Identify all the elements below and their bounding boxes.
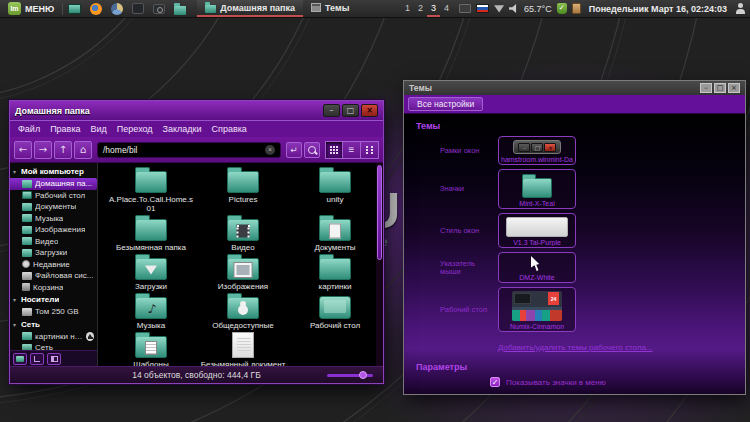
- themes-titlebar[interactable]: Темы – □ ×: [404, 81, 745, 95]
- back-button[interactable]: ←: [14, 141, 32, 159]
- checkbox[interactable]: [490, 377, 500, 387]
- sidebar-hide-button[interactable]: [47, 353, 61, 365]
- vertical-scrollbar[interactable]: [376, 163, 383, 366]
- file-manager-titlebar[interactable]: Домашняя папка – □ ×: [10, 101, 383, 120]
- sidebar-places-button[interactable]: [13, 353, 27, 365]
- search-button[interactable]: [304, 142, 320, 158]
- menu-item[interactable]: Вид: [86, 124, 112, 134]
- zoom-slider[interactable]: [327, 374, 373, 377]
- file-item[interactable]: Pictures: [198, 167, 288, 213]
- file-item[interactable]: A.Place.To.Call.Home.s01: [106, 167, 196, 213]
- edit-location-button[interactable]: ↵: [286, 142, 302, 158]
- zoom-slider-thumb[interactable]: [359, 371, 367, 379]
- launcher-button[interactable]: [130, 0, 145, 17]
- sidebar-item[interactable]: Мой компьютер: [10, 165, 97, 178]
- launcher-button[interactable]: [151, 0, 166, 17]
- sidebar-item[interactable]: Том 250 GB: [10, 306, 97, 318]
- taskbar-item[interactable]: Домашняя папка: [197, 0, 303, 17]
- mint-logo-icon: [8, 2, 21, 15]
- taskbar-item[interactable]: Темы: [303, 0, 357, 17]
- sidebar-item[interactable]: Документы: [10, 201, 97, 213]
- file-item[interactable]: картинки: [290, 254, 380, 291]
- sidebar-item-label: Корзина: [33, 283, 63, 292]
- menu-item[interactable]: Закладки: [158, 124, 207, 134]
- theme-picker-button[interactable]: –□× Mint-X-Teal: [498, 169, 576, 209]
- sidebar-item[interactable]: Домашняя па...: [10, 178, 97, 190]
- minimize-icon: –: [518, 143, 530, 152]
- statusbar: 14 объектов, свободно: 444,4 ГБ: [10, 366, 383, 383]
- home-button[interactable]: ⌂: [74, 141, 92, 159]
- close-button[interactable]: ×: [361, 104, 378, 117]
- sidebar-item-icon: [22, 226, 32, 234]
- maximize-button[interactable]: □: [714, 83, 726, 93]
- menu-item[interactable]: Справка: [207, 124, 252, 134]
- sidebar-item[interactable]: Носители: [10, 293, 97, 306]
- user-icon[interactable]: [735, 3, 746, 14]
- russian-flag-icon[interactable]: [476, 4, 489, 13]
- theme-picker-button[interactable]: –□× V1.3 Tal-Purple: [498, 213, 576, 248]
- file-item[interactable]: unity: [290, 167, 380, 213]
- file-item[interactable]: Безымянная папка: [106, 215, 196, 252]
- sidebar-item[interactable]: Недавние: [10, 259, 97, 271]
- workspace-button[interactable]: 3: [427, 0, 440, 17]
- theme-picker-button[interactable]: –□× DMZ-White: [498, 252, 576, 283]
- workspace-button[interactable]: 1: [401, 0, 414, 17]
- icon-view-button[interactable]: [325, 141, 343, 159]
- network-icon[interactable]: [494, 5, 504, 13]
- list-view-button[interactable]: ≡: [343, 141, 361, 159]
- clipboard-icon[interactable]: [572, 3, 581, 14]
- file-item[interactable]: Документы: [290, 215, 380, 252]
- file-icon: [319, 296, 351, 319]
- sidebar-item[interactable]: картинки на bil: [10, 331, 97, 343]
- theme-picker-button[interactable]: –□× 24 Numix-Cinnamon: [498, 287, 576, 332]
- sidebar-item[interactable]: Файловая сис...: [10, 270, 97, 282]
- file-label: Pictures: [229, 195, 258, 204]
- workspace-button[interactable]: 2: [414, 0, 427, 17]
- launcher-button[interactable]: [109, 0, 124, 17]
- file-item[interactable]: Видео: [198, 215, 288, 252]
- minimize-button[interactable]: –: [700, 83, 712, 93]
- compact-view-button[interactable]: [361, 141, 379, 159]
- sidebar-item[interactable]: Загрузки: [10, 247, 97, 259]
- sidebar-item[interactable]: Видео: [10, 236, 97, 248]
- menu-button[interactable]: МЕНЮ: [4, 0, 58, 17]
- theme-picker-button[interactable]: –□× hamstroom.winmint-Dark: [498, 136, 576, 165]
- launcher-button[interactable]: [67, 0, 82, 17]
- workspace-button[interactable]: 4: [440, 0, 453, 17]
- menu-item[interactable]: Правка: [45, 124, 85, 134]
- file-item[interactable]: Рабочий стол: [290, 293, 380, 330]
- minimize-button[interactable]: –: [323, 104, 340, 117]
- file-icon: [227, 297, 259, 319]
- sidebar-item[interactable]: Сеть: [10, 318, 97, 331]
- sidebar-item[interactable]: Сеть: [10, 342, 97, 350]
- forward-button[interactable]: →: [34, 141, 52, 159]
- volume-icon[interactable]: [509, 4, 519, 13]
- file-item[interactable]: Общедоступные: [198, 293, 288, 330]
- file-item[interactable]: Безымянный документ: [198, 332, 288, 366]
- menu-item[interactable]: Файл: [13, 124, 45, 134]
- file-item[interactable]: Изображения: [198, 254, 288, 291]
- up-button[interactable]: ↑: [54, 141, 72, 159]
- sidebar-item[interactable]: Рабочий стол: [10, 190, 97, 202]
- clock[interactable]: Понедельник Март 16, 02:24:03: [589, 4, 727, 14]
- all-settings-button[interactable]: Все настройки: [408, 97, 483, 111]
- sidebar-item[interactable]: Корзина: [10, 282, 97, 294]
- launcher-button[interactable]: [88, 0, 103, 17]
- add-remove-themes-link[interactable]: Добавить/удалить темы рабочего стола...: [498, 343, 653, 352]
- sidebar-item[interactable]: Изображения: [10, 224, 97, 236]
- maximize-button[interactable]: □: [342, 104, 359, 117]
- keyboard-layout-icon[interactable]: [459, 4, 471, 13]
- file-item[interactable]: Шаблоны: [106, 332, 196, 366]
- eject-icon[interactable]: [86, 332, 94, 341]
- close-button[interactable]: ×: [728, 83, 740, 93]
- sidebar-tree-button[interactable]: [30, 353, 44, 365]
- menu-item[interactable]: Переход: [112, 124, 158, 134]
- file-item[interactable]: Загрузки: [106, 254, 196, 291]
- sidebar-item[interactable]: Музыка: [10, 213, 97, 225]
- update-manager-icon[interactable]: [557, 3, 567, 14]
- launcher-button[interactable]: [172, 0, 187, 17]
- clear-location-icon[interactable]: ×: [265, 145, 275, 155]
- file-item[interactable]: Музыка: [106, 293, 196, 330]
- scrollbar-thumb[interactable]: [377, 165, 382, 260]
- location-bar[interactable]: /home/bil ×: [97, 142, 281, 158]
